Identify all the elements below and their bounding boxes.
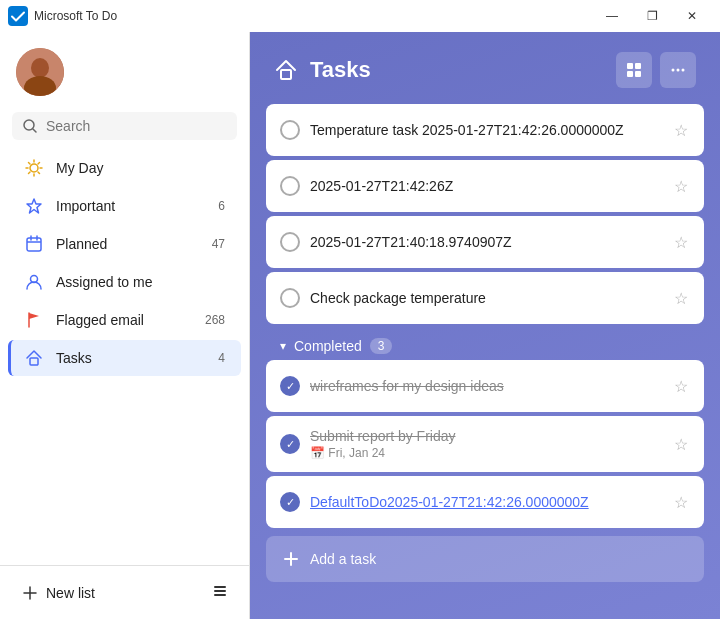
new-list-label: New list xyxy=(46,585,95,601)
sidebar-settings-button[interactable] xyxy=(207,578,233,607)
task-complete-button[interactable] xyxy=(280,376,300,396)
task-complete-button[interactable] xyxy=(280,288,300,308)
task-complete-button[interactable] xyxy=(280,176,300,196)
star-button[interactable]: ☆ xyxy=(672,433,690,456)
svg-rect-30 xyxy=(635,63,641,69)
completed-toggle[interactable]: ▾ Completed 3 xyxy=(266,332,704,360)
person-icon xyxy=(24,272,44,292)
task-label: Submit report by Friday xyxy=(310,428,662,444)
task-due-date: 📅 Fri, Jan 24 xyxy=(310,446,662,460)
settings-icon xyxy=(211,582,229,600)
avatar[interactable] xyxy=(16,48,64,96)
sidebar-item-planned[interactable]: Planned 47 xyxy=(8,226,241,262)
star-button[interactable]: ☆ xyxy=(672,175,690,198)
add-task-button[interactable]: Add a task xyxy=(266,536,704,582)
task-item: 2025-01-27T21:42:26Z ☆ xyxy=(266,160,704,212)
task-label: 2025-01-27T21:40:18.9740907Z xyxy=(310,234,662,250)
svg-rect-26 xyxy=(214,590,226,592)
svg-point-6 xyxy=(30,164,38,172)
nav-list: My Day Important 6 xyxy=(0,148,249,565)
plus-add-icon xyxy=(282,550,300,568)
task-label: Temperature task 2025-01-27T21:42:26.000… xyxy=(310,122,662,138)
tasks-count: 4 xyxy=(218,351,225,365)
completed-task-item: DefaultToDo2025-01-27T21:42:26.0000000Z … xyxy=(266,476,704,528)
flag-icon xyxy=(24,310,44,330)
home-icon xyxy=(24,348,44,368)
star-button[interactable]: ☆ xyxy=(672,375,690,398)
title-bar: Microsoft To Do — ❐ ✕ xyxy=(0,0,720,32)
svg-point-33 xyxy=(672,69,675,72)
svg-line-13 xyxy=(38,163,40,165)
sidebar-item-label: Flagged email xyxy=(56,312,193,328)
minimize-button[interactable]: — xyxy=(592,1,632,31)
task-complete-button[interactable] xyxy=(280,120,300,140)
chevron-icon: ▾ xyxy=(280,339,286,353)
task-text-group: Submit report by Friday 📅 Fri, Jan 24 xyxy=(310,428,662,460)
search-input[interactable] xyxy=(46,118,227,134)
header-actions xyxy=(616,52,696,88)
tasks-home-icon xyxy=(274,58,298,82)
sidebar-item-label: Planned xyxy=(56,236,200,252)
sidebar: My Day Important 6 xyxy=(0,32,250,619)
new-list-button[interactable]: New list xyxy=(16,579,207,607)
grid-icon xyxy=(625,61,643,79)
svg-rect-29 xyxy=(627,63,633,69)
planned-count: 47 xyxy=(212,237,225,251)
sidebar-item-my-day[interactable]: My Day xyxy=(8,150,241,186)
more-options-button[interactable] xyxy=(660,52,696,88)
sidebar-item-important[interactable]: Important 6 xyxy=(8,188,241,224)
completed-count: 3 xyxy=(370,338,393,354)
view-toggle-button[interactable] xyxy=(616,52,652,88)
svg-rect-31 xyxy=(627,71,633,77)
star-button[interactable]: ☆ xyxy=(672,491,690,514)
svg-rect-22 xyxy=(30,358,38,365)
star-button[interactable]: ☆ xyxy=(672,287,690,310)
svg-rect-32 xyxy=(635,71,641,77)
svg-line-12 xyxy=(38,172,40,174)
sidebar-footer: New list xyxy=(0,565,249,619)
svg-rect-27 xyxy=(214,594,226,596)
star-button[interactable]: ☆ xyxy=(672,231,690,254)
svg-line-11 xyxy=(29,163,31,165)
tasks-container: Temperature task 2025-01-27T21:42:26.000… xyxy=(250,104,720,619)
task-label: Check package temperature xyxy=(310,290,662,306)
star-button[interactable]: ☆ xyxy=(672,119,690,142)
svg-line-5 xyxy=(33,129,36,132)
completed-task-item: Submit report by Friday 📅 Fri, Jan 24 ☆ xyxy=(266,416,704,472)
svg-rect-16 xyxy=(27,238,41,251)
completed-task-item: wireframes for my design ideas ☆ xyxy=(266,360,704,412)
app-title: Microsoft To Do xyxy=(34,9,117,23)
sidebar-item-tasks[interactable]: Tasks 4 xyxy=(8,340,241,376)
svg-rect-0 xyxy=(8,6,28,26)
sidebar-item-label: Assigned to me xyxy=(56,274,225,290)
ellipsis-icon xyxy=(669,61,687,79)
important-count: 6 xyxy=(218,199,225,213)
title-bar-left: Microsoft To Do xyxy=(8,6,117,26)
task-item: Temperature task 2025-01-27T21:42:26.000… xyxy=(266,104,704,156)
sun-icon xyxy=(24,158,44,178)
task-label[interactable]: DefaultToDo2025-01-27T21:42:26.0000000Z xyxy=(310,494,662,510)
sidebar-item-flagged[interactable]: Flagged email 268 xyxy=(8,302,241,338)
svg-point-34 xyxy=(677,69,680,72)
maximize-button[interactable]: ❐ xyxy=(632,1,672,31)
avatar-section xyxy=(0,32,249,112)
completed-section: ▾ Completed 3 wireframes for my design i… xyxy=(266,332,704,528)
task-complete-button[interactable] xyxy=(280,492,300,512)
calendar-icon xyxy=(24,234,44,254)
close-button[interactable]: ✕ xyxy=(672,1,712,31)
main-header: Tasks xyxy=(250,32,720,104)
plus-icon xyxy=(22,585,38,601)
task-item: Check package temperature ☆ xyxy=(266,272,704,324)
svg-point-35 xyxy=(682,69,685,72)
search-icon xyxy=(22,118,38,134)
svg-point-2 xyxy=(31,58,49,78)
app-body: My Day Important 6 xyxy=(0,32,720,619)
search-box[interactable] xyxy=(12,112,237,140)
task-label: 2025-01-27T21:42:26Z xyxy=(310,178,662,194)
task-complete-button[interactable] xyxy=(280,434,300,454)
main-content: Tasks xyxy=(250,32,720,619)
sidebar-item-label: Important xyxy=(56,198,206,214)
svg-marker-15 xyxy=(27,199,41,213)
sidebar-item-assigned[interactable]: Assigned to me xyxy=(8,264,241,300)
task-complete-button[interactable] xyxy=(280,232,300,252)
